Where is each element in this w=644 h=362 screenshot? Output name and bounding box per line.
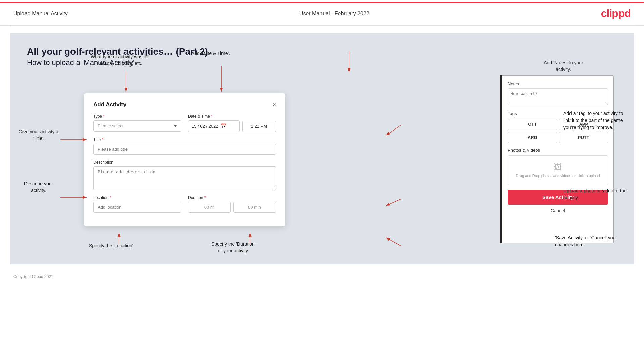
time-field[interactable]: 2:21 PM (242, 121, 276, 132)
notes-label: Notes (508, 81, 608, 86)
type-label: Type * (93, 114, 181, 119)
annotation-upload: Upload a photo or video to the activity. (563, 187, 627, 201)
annotation-duration: Specify the 'Duration' of your activity. (211, 241, 255, 254)
type-select[interactable]: Please select (93, 120, 181, 132)
date-value: 15 / 02 / 2022 (192, 124, 218, 129)
svg-line-8 (386, 125, 401, 135)
tag-ott[interactable]: OTT (508, 119, 557, 130)
tag-putt[interactable]: PUTT (559, 132, 608, 143)
upload-text: Drag and Drop photos and videos or click… (511, 174, 604, 178)
description-textarea[interactable] (93, 166, 276, 190)
svg-line-10 (386, 238, 401, 246)
annotation-title: Give your activity a 'Title'. (13, 128, 64, 142)
annotation-location: Specify the 'Location'. (89, 243, 134, 249)
upload-zone[interactable]: 🖼 Drag and Drop photos and videos or cli… (508, 155, 608, 185)
location-label: Location * (93, 195, 181, 200)
photos-label: Photos & Videos (508, 148, 608, 153)
duration-hr[interactable]: 00 hr (188, 202, 231, 213)
duration-min[interactable]: 00 min (233, 202, 276, 213)
upload-manual-label: Upload Manual Activity (13, 11, 68, 17)
tag-arg[interactable]: ARG (508, 132, 557, 143)
clippd-logo: clippd (601, 7, 631, 20)
svg-line-9 (386, 199, 401, 206)
duration-label: Duration * (188, 195, 276, 200)
manual-date-label: User Manual - February 2022 (299, 11, 369, 17)
location-input[interactable] (93, 202, 181, 213)
date-field[interactable]: 15 / 02 / 2022 📅 (188, 120, 240, 132)
title-label: Title * (93, 137, 276, 142)
description-label: Description (93, 160, 276, 165)
notes-textarea[interactable] (508, 88, 608, 105)
annotation-what-type: What type of activity was it? Lesson, Ch… (91, 54, 149, 67)
title-input[interactable] (93, 144, 276, 155)
copyright-text: Copyright Clippd 2021 (13, 274, 53, 279)
datetime-label: Date & Time * (188, 114, 276, 119)
add-activity-dialog: Add Activity × Type * Please select Date… (84, 93, 285, 226)
annotation-tag: Add a 'Tag' to your activity to link it … (563, 110, 627, 131)
annotation-save: 'Save Activity' or 'Cancel' your changes… (555, 234, 629, 248)
annotation-date-time: Add 'Date & Time'. (191, 50, 230, 57)
cancel-link[interactable]: Cancel (508, 208, 608, 213)
upload-icon: 🖼 (511, 162, 604, 172)
dialog-title: Add Activity (93, 101, 127, 108)
calendar-icon: 📅 (220, 123, 226, 129)
annotation-describe: Describe your activity. (13, 180, 64, 194)
close-icon[interactable]: × (272, 102, 276, 108)
annotation-notes: Add 'Notes' to your activity. (506, 60, 621, 73)
